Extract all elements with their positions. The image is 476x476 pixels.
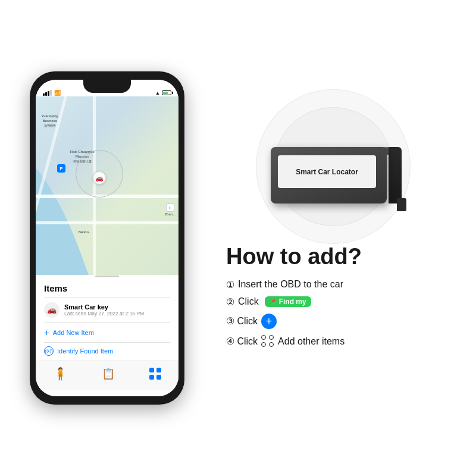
car-key-icon: 🚗 [44,302,60,318]
radar-icon: ((•)) [44,346,54,356]
items-title: Items [36,283,178,297]
map-background: YuanqiangBusiness远强商务 Hedi ChuangkeMansi… [36,96,178,275]
map-label-zhan: Zhan... [165,212,176,217]
car-key-info: Smart Car key Last seen May 27, 2022 at … [64,303,170,317]
identify-found-row[interactable]: ((•)) Identify Found Item [36,343,178,361]
plus-circle-icon: + [261,314,277,329]
right-panel: Smart Car Locator How to add? ① Insert t… [220,128,446,348]
phone-mockup: 📶 ▲ [30,71,184,405]
map-label-yuanqiang: YuanqiangBusiness远强商务 [42,114,58,128]
road-horizontal-2 [36,221,178,224]
grid-icon [149,367,162,380]
step-3: ③ Click + [226,314,345,329]
device-connector [397,198,406,211]
nav-arrow: ▲ [155,90,160,96]
device-front: Smart Car Locator [271,147,387,203]
svg-rect-2 [149,375,154,380]
signal-bar-2 [45,92,47,96]
main-container: 📶 ▲ [0,0,476,476]
phone-body: 📶 ▲ [30,71,184,405]
phone-notch [83,80,131,93]
battery-fill [163,92,168,94]
device-3d: Smart Car Locator [271,140,402,223]
find-my-icon: 📍 [270,299,277,305]
find-my-badge: 📍 Find my [265,296,311,307]
step-4-num: ④ Click [226,336,258,347]
step-3-num: ③ Click [226,315,258,327]
dots-grid [261,335,274,348]
dot-4 [269,342,274,347]
steps-list: ① Insert the OBD to the car ② Click 📍 Fi… [226,279,345,348]
step-2-text: Click [238,296,259,307]
device-right [389,147,402,203]
dot-1 [261,335,266,340]
car-key-sub: Last seen May 27, 2022 at 2:15 PM [64,311,170,317]
device-label-sticker: Smart Car Locator [278,155,376,188]
battery-area: ▲ [155,90,171,96]
device-container: Smart Car Locator [226,128,446,235]
dot-2 [269,335,274,340]
find-my-text: Find my [279,298,306,306]
battery-icon [162,90,171,95]
step-2: ② Click 📍 Find my [226,296,345,308]
signal-area: 📶 [43,90,61,96]
nav-people[interactable]: 🧍 [53,367,68,381]
dot-3 [261,342,266,347]
add-new-label: Add New Item [53,329,94,336]
svg-rect-0 [149,368,154,372]
step-4-text: Add other items [278,336,345,347]
items-panel: Items 🚗 Smart Car key Last seen May 27, … [36,277,178,361]
add-plus-icon: + [44,327,49,337]
car-key-item[interactable]: 🚗 Smart Car key Last seen May 27, 2022 a… [36,298,178,322]
add-new-item-row[interactable]: + Add New Item [36,322,178,342]
map-circle [76,150,123,198]
nav-items[interactable] [149,367,162,380]
map-area: YuanqiangBusiness远强商务 Hedi ChuangkeMansi… [36,96,178,275]
signal-bar-1 [43,93,45,96]
parking-marker: P [57,164,65,173]
bottom-nav: 🧍 📋 [36,361,178,390]
step-2-num: ② [226,296,234,308]
step-1-text: Insert the OBD to the car [238,279,343,290]
signal-bar-3 [48,91,49,96]
signal-bar-4 [50,90,52,96]
nav-devices[interactable]: 📋 [102,367,115,380]
car-key-name: Smart Car key [64,303,170,311]
dots-grid-icon [261,335,274,348]
wifi-icon: 📶 [54,90,61,96]
radar-wave: ((•)) [45,348,52,353]
svg-rect-1 [156,368,161,372]
device-label-text: Smart Car Locator [296,168,358,176]
step-1-num: ① [226,279,234,290]
how-to-title: How to add? [226,245,362,270]
step-1: ① Insert the OBD to the car [226,279,345,290]
map-label-beitoo: Beitoo... [79,230,92,235]
found-label: Identify Found Item [57,347,113,355]
phone-screen: 📶 ▲ [36,80,178,396]
step-4: ④ Click Add other items [226,335,345,348]
svg-rect-3 [156,375,161,380]
info-badge: i [166,203,174,212]
